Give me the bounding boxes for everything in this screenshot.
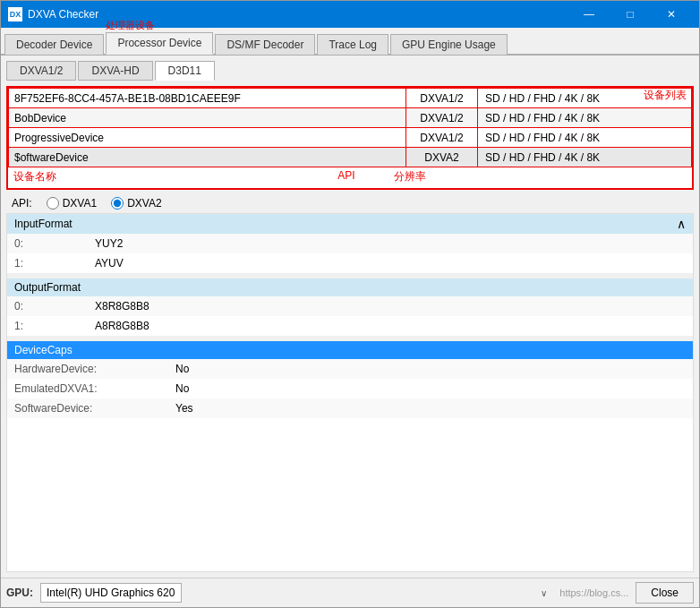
tab-decoder-device[interactable]: Decoder Device [4,34,104,55]
tab-wrapper-decoder-device: Decoder Device [4,33,104,54]
device-api-cell: DXVA1/2 [406,108,478,128]
radio-dxva1-input[interactable] [47,197,59,210]
radio-dxva1-label: DXVA1 [63,197,97,210]
tab-gpu-engine-usage[interactable]: GPU Engine Usage [390,34,508,55]
main-window: DX DXVA Checker — □ ✕ Decoder Device 处理器… [0,0,700,608]
output-format-value-1: A8R8G8B8 [95,320,149,332]
device-api-cell: DXVA1/2 [406,128,478,148]
sub-tab-dxva-hd[interactable]: DXVA-HD [78,61,152,81]
input-format-index-0: 0: [14,237,41,250]
api-radio-group: DXVA1 DXVA2 [47,197,162,210]
table-row[interactable]: $oftwareDevice DXVA2 SD / HD / FHD / 4K … [9,148,692,167]
input-format-title: InputFormat [14,218,73,230]
device-caps-header[interactable]: DeviceCaps [7,341,693,359]
input-format-row-1: 1: AYUV [7,253,693,273]
sub-tab-dxva12[interactable]: DXVA1/2 [6,61,76,81]
device-list-box: 8F752EF6-8CC4-457A-BE1B-08BD1CAEEE9F DXV… [6,86,694,190]
device-name-cell: 8F752EF6-8CC4-457A-BE1B-08BD1CAEEE9F [9,89,406,108]
api-label: API: [12,197,32,210]
device-caps-value-1: No [175,382,189,395]
device-caps-label-0: HardwareDevice: [14,363,175,375]
radio-dxva2-input[interactable] [111,197,124,210]
gpu-chevron-icon: ∨ [541,588,547,598]
api-row: API: DXVA1 DXVA2 [6,193,694,213]
device-name-cell: ProgressiveDevice [9,128,406,148]
output-format-row-1: 1: A8R8G8B8 [7,316,693,336]
maximize-button[interactable]: □ [610,1,651,28]
sub-tab-bar: DXVA1/2 DXVA-HD D3D11 [6,61,694,81]
url-hint: https://blog.cs... [559,587,628,598]
device-name-cell: $oftwareDevice [9,148,406,167]
radio-dxva1: DXVA1 [47,197,97,210]
radio-dxva2-label: DXVA2 [127,197,161,210]
sub-tab-d3d11[interactable]: D3D11 [155,61,215,81]
tab-wrapper-ds-mf-decoder: DS/MF Decoder [215,33,315,54]
device-api-cell: DXVA1/2 [406,89,478,108]
close-button[interactable]: Close [636,582,694,604]
table-row[interactable]: 8F752EF6-8CC4-457A-BE1B-08BD1CAEEE9F DXV… [9,89,692,108]
table-row[interactable]: ProgressiveDevice DXVA1/2 SD / HD / FHD … [9,128,692,148]
tab-trace-log[interactable]: Trace Log [317,34,388,55]
minimize-button[interactable]: — [568,1,610,28]
window-controls: — □ ✕ [568,1,692,28]
app-icon: DX [8,7,22,21]
output-format-header[interactable]: OutputFormat [7,278,693,296]
device-caps-value-0: No [175,363,189,375]
tab-wrapper-trace-log: Trace Log [317,33,388,54]
input-format-row-0: 0: YUY2 [7,234,693,253]
radio-dxva2: DXVA2 [111,197,161,210]
input-format-index-1: 1: [14,257,41,270]
device-caps-title: DeviceCaps [14,344,73,356]
output-format-index-0: 0: [14,300,41,313]
device-res-cell: SD / HD / FHD / 4K / 8K [478,128,692,148]
output-format-title: OutputFormat [14,281,81,294]
tab-wrapper-processor-device: 处理器设备 Processor Device [106,31,213,54]
device-annotations: 设备名称 API 分辨率 [8,167,692,188]
output-format-value-0: X8R8G8B8 [95,300,149,313]
output-format-index-1: 1: [14,320,41,332]
processor-device-annotation: 处理器设备 [106,19,155,32]
content-area: DXVA1/2 DXVA-HD D3D11 8F752EF6-8CC4-457A… [1,56,699,578]
gpu-select-wrapper: Intel(R) UHD Graphics 620 ∨ [40,583,552,603]
device-caps-row-1: EmulatedDXVA1: No [7,379,693,398]
close-window-button[interactable]: ✕ [651,1,692,28]
device-table: 8F752EF6-8CC4-457A-BE1B-08BD1CAEEE9F DXV… [8,88,692,167]
input-format-value-1: AYUV [95,257,124,270]
gpu-select[interactable]: Intel(R) UHD Graphics 620 [40,583,182,603]
tab-wrapper-gpu-engine-usage: GPU Engine Usage [390,33,508,54]
device-caps-row-0: HardwareDevice: No [7,359,693,379]
device-list-label: 设备列表 [644,88,687,103]
tab-ds-mf-decoder[interactable]: DS/MF Decoder [215,34,315,55]
device-res-cell: SD / HD / FHD / 4K / 8K [478,148,692,167]
input-format-header[interactable]: InputFormat ∧ [7,214,693,234]
main-tab-bar: Decoder Device 处理器设备 Processor Device DS… [1,28,699,56]
table-row[interactable]: BobDevice DXVA1/2 SD / HD / FHD / 4K / 8… [9,108,692,128]
tab-processor-device[interactable]: Processor Device [106,32,213,55]
bottom-bar: GPU: Intel(R) UHD Graphics 620 ∨ https:/… [1,578,699,607]
gpu-label: GPU: [6,587,33,599]
device-name-cell: BobDevice [9,108,406,128]
input-format-value-0: YUY2 [95,237,123,250]
device-caps-label-1: EmulatedDXVA1: [14,382,175,395]
info-panel: InputFormat ∧ 0: YUY2 1: AYUV OutputForm… [6,213,694,572]
output-format-row-0: 0: X8R8G8B8 [7,296,693,316]
col-api-label: API [306,169,387,184]
device-caps-row-2: SoftwareDevice: Yes [7,398,693,418]
device-res-cell: SD / HD / FHD / 4K / 8K [478,108,692,128]
col-res-label: 分辨率 [387,169,687,184]
col-name-label: 设备名称 [13,169,306,184]
device-caps-label-2: SoftwareDevice: [14,402,175,415]
device-api-cell: DXVA2 [406,148,478,167]
device-caps-value-2: Yes [175,402,193,415]
input-format-chevron: ∧ [677,217,686,231]
